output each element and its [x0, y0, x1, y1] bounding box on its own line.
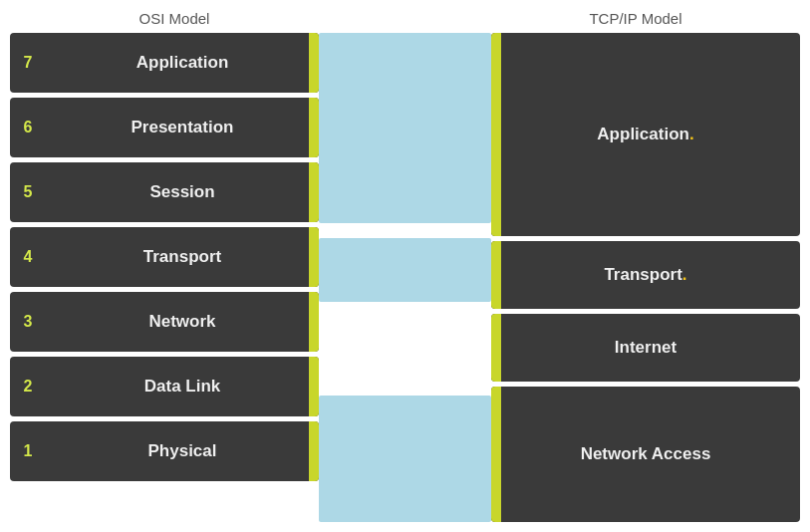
- middle-connector: [319, 33, 491, 522]
- layer-number-7: 7: [10, 54, 46, 72]
- osi-layer-6: 6 Presentation: [10, 98, 319, 157]
- tcpip-block-network-access: Network Access: [491, 387, 800, 522]
- layer-name-datalink: Data Link: [46, 377, 319, 397]
- osi-layer-4: 4 Transport: [10, 227, 319, 287]
- main-layout: 7 Application 6 Presentation 5 Session 4…: [10, 33, 800, 522]
- layer-number-2: 2: [10, 378, 46, 396]
- tcpip-layer-name-network-access: Network Access: [565, 444, 727, 464]
- layer-name-physical: Physical: [46, 441, 319, 461]
- layer-name-session: Session: [46, 182, 319, 202]
- osi-layer-7: 7 Application: [10, 33, 319, 93]
- osi-layer-2: 2 Data Link: [10, 357, 319, 416]
- osi-layer-3: 3 Network: [10, 292, 319, 352]
- tcpip-layer-name-transport: Transport.: [588, 265, 702, 285]
- tcpip-layer-name-internet: Internet: [599, 338, 692, 358]
- layer-number-5: 5: [10, 183, 46, 201]
- tcpip-layer-name-application: Application.: [581, 125, 709, 144]
- connector-group-transport: [319, 238, 491, 302]
- layer-number-3: 3: [10, 313, 46, 331]
- layer-name-transport-osi: Transport: [46, 247, 319, 267]
- layer-name-presentation: Presentation: [46, 118, 319, 137]
- layer-name-application-osi: Application: [46, 53, 319, 73]
- layer-name-network: Network: [46, 312, 319, 332]
- osi-column: 7 Application 6 Presentation 5 Session 4…: [10, 33, 319, 522]
- connector-group-application: [319, 33, 491, 223]
- header-row: OSI Model TCP/IP Model: [10, 10, 800, 27]
- tcpip-block-internet: Internet: [491, 314, 800, 382]
- osi-header-label: OSI Model: [20, 10, 329, 27]
- layer-number-4: 4: [10, 248, 46, 266]
- layer-number-6: 6: [10, 119, 46, 136]
- osi-layer-5: 5 Session: [10, 162, 319, 222]
- connector-group-internet: [319, 317, 491, 381]
- tcpip-column: Application. Transport. Internet Network…: [491, 33, 800, 522]
- connector-group-network-access: [319, 396, 491, 522]
- osi-layer-1: 1 Physical: [10, 421, 319, 481]
- tcpip-block-application: Application.: [491, 33, 800, 236]
- layer-number-1: 1: [10, 442, 46, 460]
- tcpip-block-transport: Transport.: [491, 241, 800, 309]
- tcpip-header-label: TCP/IP Model: [481, 10, 790, 27]
